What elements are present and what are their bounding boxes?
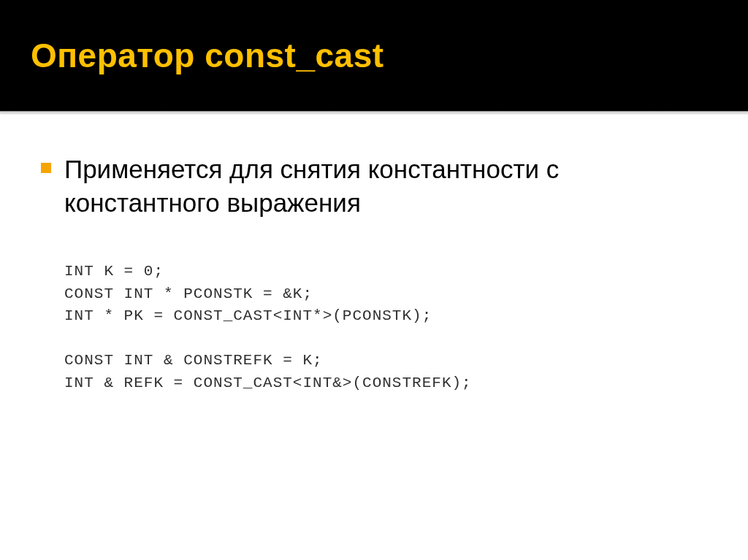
slide: Оператор const_cast Применяется для снят… xyxy=(0,0,748,560)
bullet-item: Применяется для снятия константности с к… xyxy=(41,153,707,220)
code-line: const int & constRefK = k; xyxy=(64,352,323,369)
bullet-marker-icon xyxy=(41,163,51,173)
slide-header: Оператор const_cast xyxy=(0,0,748,111)
code-block: int k = 0; const int * pConstK = &k; int… xyxy=(64,261,707,394)
slide-content: Применяется для снятия константности с к… xyxy=(0,113,748,394)
code-line: const int * pConstK = &k; xyxy=(64,285,313,302)
bullet-text: Применяется для снятия константности с к… xyxy=(64,153,707,220)
code-line: int * pK = const_cast<int*>(pConstK); xyxy=(64,307,432,324)
code-line: int & refK = const_cast<int&>(constRefK)… xyxy=(64,375,472,391)
code-line: int k = 0; xyxy=(64,263,164,280)
slide-title: Оператор const_cast xyxy=(31,36,384,75)
